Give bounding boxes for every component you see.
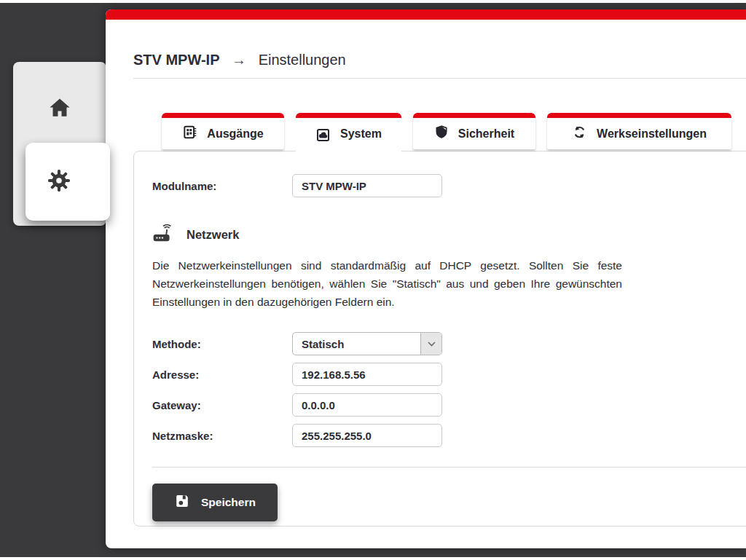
tab-accent — [413, 113, 535, 118]
netzmaske-field[interactable] — [292, 424, 442, 447]
tab-label: Ausgänge — [207, 127, 263, 141]
tab-label: System — [340, 127, 382, 141]
modulname-field[interactable] — [292, 174, 442, 197]
save-button-label: Speichern — [201, 496, 256, 509]
modulname-label: Modulname: — [152, 180, 292, 192]
device-name: STV MPW-IP — [133, 52, 220, 68]
system-tab-panel: Modulname: Netzwerk Die Netzwerkeinstell… — [133, 151, 746, 527]
tab-accent — [162, 113, 284, 118]
network-heading-label: Netzwerk — [186, 228, 239, 242]
network-description: Die Netzwerkeinstellungen sind standardm… — [152, 256, 622, 311]
tab-accent — [296, 113, 401, 118]
methode-select[interactable]: Statisch — [292, 332, 442, 355]
sidebar-item-settings[interactable] — [25, 143, 110, 221]
tab-sicherheit[interactable]: Sicherheit — [413, 113, 535, 162]
tab-accent — [547, 113, 731, 118]
gateway-row: Gateway: — [152, 393, 746, 417]
accent-bar — [106, 9, 746, 20]
header-divider — [133, 78, 746, 79]
chip-icon — [182, 125, 197, 143]
tab-label: Sicherheit — [458, 127, 514, 141]
tab-werkseinstellungen[interactable]: Werkseinstellungen — [547, 113, 731, 162]
tab-system[interactable]: System — [296, 113, 401, 162]
methode-selected-value: Statisch — [302, 338, 344, 350]
tab-bar: Ausgänge System — [162, 113, 731, 162]
page-title: STV MPW-IP → Einstellungen — [133, 52, 746, 68]
page-subtitle: Einstellungen — [259, 52, 346, 68]
adresse-row: Adresse: — [152, 363, 746, 386]
sidebar-item-home[interactable] — [13, 84, 106, 135]
gateway-label: Gateway: — [152, 399, 292, 411]
tab-ausgaenge[interactable]: Ausgänge — [162, 113, 284, 162]
methode-row: Methode: Statisch — [152, 332, 746, 355]
form-divider — [152, 467, 746, 468]
shield-icon — [434, 125, 449, 143]
network-section-heading: Netzwerk — [152, 224, 746, 245]
netzmaske-label: Netzmaske: — [152, 430, 292, 442]
netzmaske-row: Netzmaske: — [152, 424, 746, 447]
save-button[interactable]: Speichern — [152, 484, 278, 521]
sync-icon — [572, 125, 587, 143]
chevron-down-icon — [420, 333, 441, 355]
gear-icon — [47, 168, 71, 196]
system-icon — [315, 127, 331, 146]
adresse-field[interactable] — [292, 363, 442, 386]
arrow-icon: → — [232, 52, 246, 68]
methode-label: Methode: — [152, 338, 292, 350]
floppy-icon — [174, 493, 190, 512]
main-panel: STV MPW-IP → Einstellungen — [106, 9, 746, 548]
gateway-field[interactable] — [292, 393, 442, 417]
adresse-label: Adresse: — [152, 368, 292, 381]
tab-label: Werkseinstellungen — [597, 127, 707, 141]
router-icon — [152, 224, 174, 245]
modulname-row: Modulname: — [152, 174, 746, 197]
home-icon — [48, 96, 71, 122]
